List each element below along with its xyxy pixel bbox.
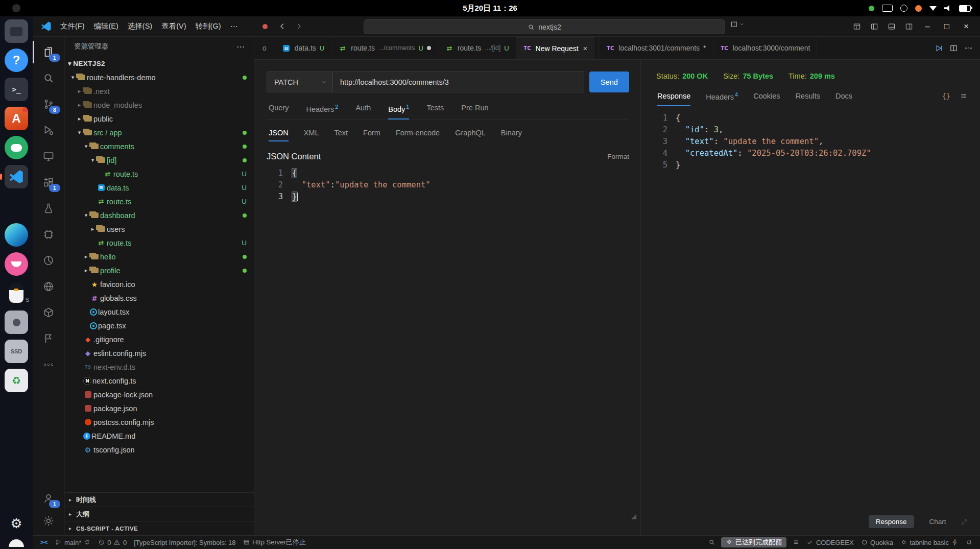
activity-explorer[interactable]: 1 (33, 41, 64, 63)
dock-item-screenshot-tool[interactable] (5, 19, 28, 43)
tab-headers[interactable]: Headers2 (306, 104, 339, 113)
tree-item-hello[interactable]: ▸hello (65, 250, 254, 264)
toggle-secondary-sidebar-button[interactable] (901, 20, 917, 33)
request-body-editor[interactable]: 1{2 "text":"update the comment"3} (267, 168, 629, 535)
tree-item-postcss-config-mjs[interactable]: postcss.config.mjs (65, 415, 254, 429)
statusbar-quokka[interactable]: Quokka (857, 536, 897, 549)
section--[interactable]: ▸大纲 (65, 507, 254, 521)
tab-data-ts[interactable]: data.tsU (275, 37, 331, 59)
activity-testing[interactable] (33, 197, 64, 220)
tree-item-package-json[interactable]: package.json (65, 401, 254, 415)
maximize-button[interactable]: □ (938, 19, 955, 34)
response-body-viewer[interactable]: 1{2 "id": 3,3 "text": "update the commen… (656, 112, 969, 535)
activity-manage-settings[interactable] (33, 510, 64, 532)
tab-binary[interactable]: Binary (501, 129, 522, 137)
resize-corner-icon[interactable]: ⤢ (962, 518, 967, 526)
dock-item-app-store[interactable] (5, 107, 28, 130)
tree-item-package-lock-json[interactable]: package-lock.json (65, 388, 254, 401)
tab-auth[interactable]: Auth (355, 104, 371, 113)
format-json-icon[interactable]: {} (942, 92, 950, 100)
tab-tests[interactable]: Tests (426, 104, 444, 113)
dock-item-edge[interactable] (5, 223, 28, 247)
explorer-more-actions[interactable]: ⋯ (236, 42, 245, 52)
tree-item-eslint-config-mjs[interactable]: eslint.config.mjs (65, 346, 254, 360)
activity-hardware[interactable] (33, 223, 64, 246)
activity-browser-preview[interactable] (33, 275, 64, 298)
statusbar-problems[interactable]: 00 (94, 536, 130, 549)
system-clock[interactable]: 5月20日 11：26 (463, 4, 517, 13)
format-button[interactable]: Format (607, 153, 629, 160)
menu-e[interactable]: 编辑(E) (89, 20, 123, 33)
dock-item-firefox[interactable] (5, 194, 28, 218)
dock-item-settings-gear[interactable] (5, 512, 28, 535)
statusbar-codegeex[interactable]: CODEGEEX (803, 536, 857, 549)
dock-item-recycle[interactable] (5, 369, 28, 392)
chart-toggle-button[interactable]: Chart (922, 515, 953, 528)
split-editor-button[interactable] (949, 43, 958, 53)
tree-item-comments[interactable]: ▾comments (65, 139, 254, 153)
statusbar-notifications[interactable] (962, 536, 976, 549)
tree-item--id-[interactable]: ▾[id] (65, 153, 254, 167)
tree-item-src-app[interactable]: ▾src / app (65, 126, 254, 139)
customize-layout-button[interactable] (849, 20, 865, 33)
activity-source-control[interactable]: 8 (33, 93, 64, 115)
nav-forward-button[interactable] (294, 22, 303, 31)
tree-item-route-handlers-demo[interactable]: ▾route-handlers-demo (65, 70, 254, 84)
section--[interactable]: ▸时间线 (65, 492, 254, 507)
tab-results[interactable]: Results (796, 92, 820, 100)
statusbar-tabnine[interactable]: tabnine basic (897, 536, 962, 549)
tree-item-route-ts[interactable]: route.tsU (65, 236, 254, 250)
activity-todo[interactable] (33, 327, 64, 350)
tab-localhost-3000-comment[interactable]: localhost:3000/comment (713, 37, 818, 59)
dock-item-help[interactable] (5, 49, 28, 72)
statusbar-list-tool[interactable] (789, 536, 803, 549)
tab-headers[interactable]: Headers4 (706, 91, 738, 101)
tab-docs[interactable]: Docs (835, 92, 852, 100)
indicator-green-icon[interactable] (869, 6, 874, 11)
tree-item-tsconfig-json[interactable]: tsconfig.json (65, 443, 254, 457)
url-input[interactable] (332, 71, 584, 92)
toggle-sidebar-button[interactable] (867, 20, 882, 33)
project-root-row[interactable]: ▾ NEXTJS2 (65, 56, 254, 70)
tree-item-next-config-ts[interactable]: next.config.ts (65, 374, 254, 388)
dock-item-chat[interactable] (5, 136, 28, 159)
dock-item-show-apps[interactable] (9, 539, 24, 547)
statusbar-zoom[interactable] (705, 536, 719, 549)
tab-response[interactable]: Response (657, 92, 690, 100)
tree-item-globals-css[interactable]: globals.css (65, 291, 254, 305)
tree-item-layout-tsx[interactable]: layout.tsx (65, 305, 254, 319)
tree-item--next[interactable]: ▸.next (65, 84, 254, 98)
more-actions-button[interactable] (964, 43, 973, 53)
menubar-more[interactable]: ⋯ (225, 22, 242, 31)
tree-item--gitignore[interactable]: .gitignore (65, 332, 254, 346)
activity-accounts[interactable]: 1 (33, 487, 64, 510)
app-orange-icon[interactable] (915, 5, 922, 12)
send-button[interactable]: Send (589, 71, 629, 92)
tab-xml[interactable]: XML (304, 129, 319, 137)
tab-json[interactable]: JSON (269, 129, 289, 137)
tree-item-data-ts[interactable]: data.tsU (65, 181, 254, 195)
tree-item-route-ts[interactable]: route.tsU (65, 195, 254, 208)
activity-search[interactable] (33, 67, 64, 89)
tab-body[interactable]: Body1 (388, 104, 409, 113)
response-toggle-button[interactable]: Response (869, 515, 914, 528)
tab-text[interactable]: Text (334, 129, 348, 137)
run-request-button[interactable] (935, 43, 943, 53)
activity-remote-explorer[interactable] (33, 145, 64, 168)
tab-o[interactable]: o (254, 37, 275, 59)
tree-item-page-tsx[interactable]: page.tsx (65, 319, 254, 332)
dock-item-camera-tool[interactable] (5, 311, 28, 334)
menu-g[interactable]: 转到(G) (191, 20, 226, 33)
battery-icon[interactable] (959, 5, 971, 12)
activity-run-debug[interactable] (33, 119, 64, 141)
statusbar-ts-importer[interactable]: [TypeScript Importer]: Symbols: 18 (130, 536, 239, 549)
statusbar-remote-indicator[interactable]: >< (37, 536, 51, 549)
tree-item-route-ts[interactable]: route.tsU (65, 167, 254, 181)
tab-route-ts[interactable]: route.ts.../[id]U (438, 37, 516, 59)
tree-item-favicon-ico[interactable]: favicon.ico (65, 277, 254, 291)
tab-graphql[interactable]: GraphQL (455, 129, 486, 137)
tab-query[interactable]: Query (269, 104, 289, 113)
resize-corner-icon[interactable]: ◢ (631, 512, 636, 520)
menu-f[interactable]: 文件(F) (56, 20, 89, 33)
dock-item-vscode[interactable] (5, 165, 28, 188)
